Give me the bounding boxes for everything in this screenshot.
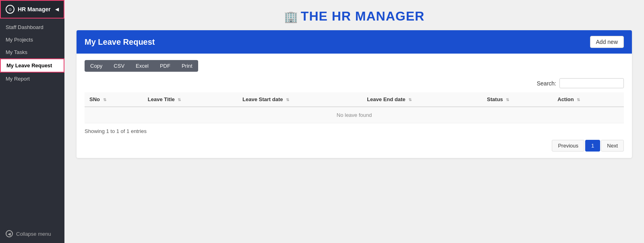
col-sno: SNo ⇅	[85, 92, 143, 107]
sidebar-arrow-icon: ◀	[55, 6, 59, 12]
col-status: Status ⇅	[482, 92, 553, 107]
csv-button[interactable]: CSV	[108, 60, 130, 72]
sidebar-item-my-leave-request[interactable]: My Leave Request	[0, 58, 64, 73]
col-leave-start: Leave Start date ⇅	[238, 92, 362, 107]
action-sort-icon: ⇅	[577, 98, 580, 102]
excel-button[interactable]: Excel	[130, 60, 154, 72]
page-title: 🏢THE HR MANAGER	[64, 9, 644, 24]
page-1-button[interactable]: 1	[585, 140, 600, 152]
search-bar: Search:	[85, 78, 624, 88]
print-button[interactable]: Print	[176, 60, 198, 72]
col-leave-title: Leave Title ⇅	[143, 92, 238, 107]
col-action: Action ⇅	[553, 92, 624, 107]
pagination: Previous 1 Next	[85, 140, 624, 152]
sidebar-nav: Staff Dashboard My Projects My Tasks My …	[0, 19, 64, 87]
pdf-button[interactable]: PDF	[154, 60, 176, 72]
sidebar: ⊙ HR Manager ◀ Staff Dashboard My Projec…	[0, 0, 64, 243]
sidebar-item-my-report[interactable]: My Report	[0, 73, 64, 85]
sidebar-item-my-projects[interactable]: My Projects	[0, 33, 64, 46]
table-body: No leave found	[85, 107, 624, 123]
leave-end-sort-icon: ⇅	[408, 98, 412, 102]
leave-title-sort-icon: ⇅	[178, 98, 181, 102]
sidebar-item-staff-dashboard[interactable]: Staff Dashboard	[0, 21, 64, 33]
search-input[interactable]	[559, 78, 624, 88]
collapse-icon: ◀	[6, 230, 13, 237]
main-content: 🏢THE HR MANAGER My Leave Request Add new…	[64, 0, 644, 243]
leave-request-card: My Leave Request Add new Copy CSV Excel …	[77, 30, 632, 158]
leave-start-sort-icon: ⇅	[286, 98, 289, 102]
table-row-empty: No leave found	[85, 107, 624, 123]
empty-message: No leave found	[85, 107, 624, 123]
card-title: My Leave Request	[85, 37, 155, 47]
sidebar-title: HR Manager	[18, 6, 51, 12]
status-sort-icon: ⇅	[506, 98, 509, 102]
building-icon: 🏢	[284, 10, 298, 23]
previous-button[interactable]: Previous	[552, 140, 584, 152]
collapse-label: Collapse menu	[16, 231, 51, 237]
sidebar-header[interactable]: ⊙ HR Manager ◀	[0, 0, 64, 19]
leave-table: SNo ⇅ Leave Title ⇅ Leave Start date ⇅	[85, 92, 624, 123]
sno-sort-icon: ⇅	[103, 98, 106, 102]
next-button[interactable]: Next	[601, 140, 624, 152]
card-body: Copy CSV Excel PDF Print Search: SNo ⇅	[77, 54, 632, 158]
search-label: Search:	[537, 80, 556, 87]
card-header: My Leave Request Add new	[77, 30, 632, 54]
collapse-menu-button[interactable]: ◀ Collapse menu	[0, 224, 64, 243]
sidebar-item-my-tasks[interactable]: My Tasks	[0, 46, 64, 58]
col-leave-end: Leave End date ⇅	[362, 92, 482, 107]
export-buttons-group: Copy CSV Excel PDF Print	[85, 60, 624, 72]
table-header-row: SNo ⇅ Leave Title ⇅ Leave Start date ⇅	[85, 92, 624, 107]
hr-manager-icon: ⊙	[6, 5, 14, 14]
table-head: SNo ⇅ Leave Title ⇅ Leave Start date ⇅	[85, 92, 624, 107]
copy-button[interactable]: Copy	[85, 60, 108, 72]
page-header: 🏢THE HR MANAGER	[64, 0, 644, 30]
pagination-info: Showing 1 to 1 of 1 entries	[85, 128, 624, 134]
add-new-button[interactable]: Add new	[590, 36, 624, 48]
